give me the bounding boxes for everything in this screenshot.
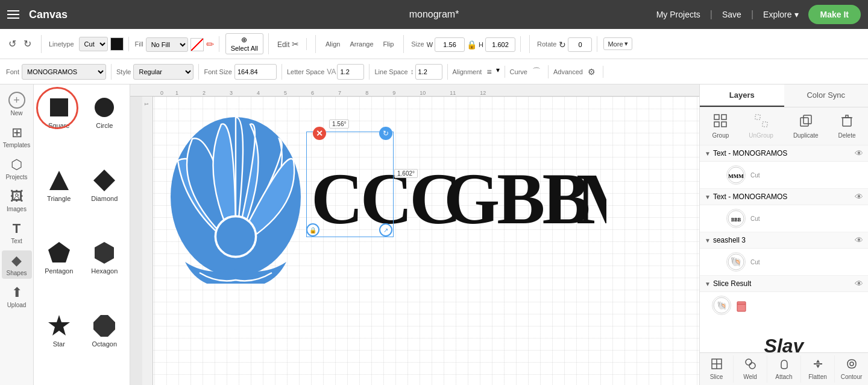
svg-point-37 <box>749 363 755 369</box>
pen-icon[interactable]: ✏ <box>206 39 214 50</box>
layer-eye-slice[interactable]: 👁 <box>855 279 863 288</box>
save-link[interactable]: Save <box>722 10 741 19</box>
sidebar-item-upload[interactable]: ⬆ Upload <box>2 282 32 311</box>
layer-item-text1[interactable]: MMM Cut <box>700 162 868 189</box>
edit-button[interactable]: Edit ✂ <box>275 38 301 50</box>
font-select[interactable]: MONOGRAMOS <box>22 64 106 80</box>
star-label: Star <box>53 340 65 348</box>
advanced-button[interactable]: ⚙ <box>585 66 598 78</box>
flip-button[interactable]: Flip <box>381 39 397 49</box>
shape-item-square[interactable]: Square <box>39 92 80 160</box>
svg-marker-40 <box>816 365 820 368</box>
delete-button[interactable]: Delete <box>835 111 860 141</box>
layer-header-seashell[interactable]: ▼ seashell 3 👁 <box>700 232 868 249</box>
selection-box[interactable] <box>306 132 394 237</box>
line-space-input[interactable] <box>415 64 442 80</box>
explore-dropdown[interactable]: Explore ▾ <box>763 10 798 19</box>
lock-icon[interactable]: 🔒 <box>467 40 477 49</box>
fill-color-swatch[interactable] <box>190 38 204 51</box>
group-button[interactable]: Group <box>709 111 733 141</box>
shape-item-diamond[interactable]: Diamond <box>84 165 125 233</box>
svg-rect-16 <box>722 122 726 127</box>
align-left-button[interactable]: ≡ <box>484 66 494 78</box>
svg-marker-3 <box>93 170 115 191</box>
ungroup-button[interactable]: UnGroup <box>745 111 777 141</box>
align-button[interactable]: Align <box>323 39 342 49</box>
square-label: Square <box>48 122 69 129</box>
weld-action[interactable]: Weld <box>734 355 767 383</box>
arrange-button[interactable]: Arrange <box>347 39 376 49</box>
select-all-section: ⊕ Select All <box>225 33 269 54</box>
layer-thumb-slice2 <box>735 298 749 313</box>
slice-action[interactable]: Slice <box>700 355 734 383</box>
width-input[interactable] <box>435 37 465 52</box>
sidebar-item-new[interactable]: + New <box>2 89 32 119</box>
undo-button[interactable]: ↺ <box>6 37 19 51</box>
shape-item-pentagon[interactable]: Pentagon <box>39 237 80 305</box>
sidebar-item-images[interactable]: 🖼 Images <box>2 186 32 215</box>
letter-space-input[interactable] <box>337 64 364 80</box>
linetype-label: Linetype <box>49 40 74 48</box>
layer-eye-seashell[interactable]: 👁 <box>855 235 863 245</box>
curve-button[interactable]: ⌒ <box>530 65 543 78</box>
tab-layers[interactable]: Layers <box>700 84 784 107</box>
attach-action[interactable]: Attach <box>767 355 801 383</box>
letter-space-label: Letter Space <box>287 68 324 75</box>
circle-shape-icon <box>92 95 116 119</box>
lock-handle[interactable]: 🔒 <box>306 223 319 237</box>
hamburger-menu[interactable] <box>7 10 19 19</box>
select-all-button[interactable]: ⊕ Select All <box>225 33 263 54</box>
style-select[interactable]: Regular <box>133 64 193 80</box>
more-button[interactable]: More ▾ <box>603 37 632 50</box>
layer-header-text1[interactable]: ▼ Text - MONOGRAMOS 👁 <box>700 145 868 162</box>
linetype-color-swatch[interactable] <box>110 37 124 51</box>
hexagon-shape-icon <box>92 241 116 265</box>
layer-eye-text1[interactable]: 👁 <box>855 148 863 158</box>
sidebar-item-templates[interactable]: ⊞ Templates <box>2 122 32 151</box>
canvas-content[interactable]: 1 <box>142 97 699 385</box>
shape-item-star[interactable]: Star <box>39 310 80 378</box>
svg-marker-5 <box>95 242 114 264</box>
linetype-select[interactable]: Cut <box>79 37 108 51</box>
sidebar-item-projects[interactable]: ⬡ Projects <box>2 154 32 183</box>
undo-redo-group: ↺ ↻ <box>6 37 34 51</box>
ungroup-icon <box>754 113 769 131</box>
redo-button[interactable]: ↻ <box>21 37 34 51</box>
svg-rect-20 <box>804 115 811 124</box>
chevron-icon-2: ▼ <box>705 194 711 200</box>
resize-handle[interactable]: ↗ <box>379 223 392 237</box>
alignment-section: Alignment ≡ ▾ <box>453 66 505 78</box>
height-input[interactable] <box>485 37 515 52</box>
rotate-handle[interactable]: ↻ <box>379 127 392 140</box>
sidebar-item-shapes[interactable]: ◆ Shapes <box>2 250 32 279</box>
layer-header-text2[interactable]: ▼ Text - MONOGRAMOS 👁 <box>700 189 868 205</box>
sidebar-item-text[interactable]: T Text <box>2 218 32 247</box>
chevron-icon-seashell: ▼ <box>705 237 711 244</box>
canvas-area[interactable]: 0 1 2 3 4 5 6 7 8 9 10 11 12 1 <box>130 84 699 385</box>
svg-text:🐚: 🐚 <box>730 256 742 267</box>
layer-eye-text2[interactable]: 👁 <box>855 192 863 202</box>
shape-item-circle[interactable]: Circle <box>84 92 125 160</box>
project-title[interactable]: monogram* <box>409 9 459 20</box>
font-size-input[interactable] <box>234 64 277 80</box>
seashell-shape[interactable] <box>160 103 311 286</box>
layer-item-text2[interactable]: BBB Cut <box>700 205 868 232</box>
shape-item-octagon[interactable]: Octagon <box>84 310 125 378</box>
close-handle[interactable]: ✕ <box>313 127 326 140</box>
duplicate-button[interactable]: Duplicate <box>790 111 822 141</box>
rotate-input[interactable] <box>568 37 592 52</box>
flatten-action[interactable]: Flatten <box>801 355 835 383</box>
curve-section: Curve ⌒ <box>510 65 549 78</box>
my-projects-link[interactable]: My Projects <box>656 10 700 19</box>
contour-action[interactable]: Contour <box>835 355 868 383</box>
layer-header-slice[interactable]: ▼ Slice Result 👁 <box>700 276 868 292</box>
delete-icon <box>840 113 854 131</box>
hexagon-label: Hexagon <box>91 267 118 275</box>
right-panel: Layers Color Sync Group UnGroup <box>699 84 868 385</box>
make-it-button[interactable]: Make It <box>808 5 861 24</box>
shape-item-triangle[interactable]: Triangle <box>39 165 80 233</box>
fill-select[interactable]: No Fill <box>146 37 188 52</box>
shape-item-hexagon[interactable]: Hexagon <box>84 237 125 305</box>
layer-item-seashell[interactable]: 🐚 Cut <box>700 249 868 276</box>
tab-color-sync[interactable]: Color Sync <box>784 84 869 107</box>
